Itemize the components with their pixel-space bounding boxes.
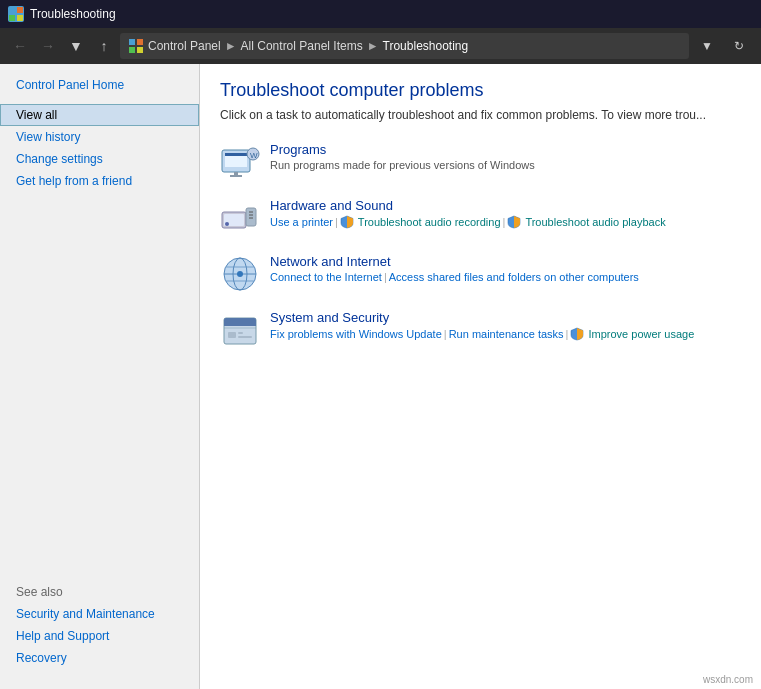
breadcrumb-troubleshooting: Troubleshooting — [383, 39, 469, 53]
svg-rect-1 — [17, 7, 23, 13]
svg-rect-32 — [228, 332, 236, 338]
fix-windows-update-link[interactable]: Fix problems with Windows Update — [270, 328, 442, 340]
programs-subtitle: Run programs made for previous versions … — [270, 159, 741, 171]
connect-internet-link[interactable]: Connect to the Internet — [270, 271, 382, 283]
run-maintenance-link[interactable]: Run maintenance tasks — [449, 328, 564, 340]
sidebar-view-all[interactable]: View all — [0, 104, 199, 126]
main-container: Control Panel Home View all View history… — [0, 64, 761, 689]
network-content: Network and Internet Connect to the Inte… — [270, 254, 741, 283]
network-links: Connect to the Internet | Access shared … — [270, 271, 741, 283]
up-button[interactable]: ↑ — [92, 34, 116, 58]
page-title: Troubleshoot computer problems — [220, 80, 741, 101]
svg-rect-18 — [246, 208, 256, 226]
svg-point-17 — [225, 222, 229, 226]
svg-rect-34 — [238, 336, 252, 338]
security-icon — [220, 310, 260, 350]
network-item: Network and Internet Connect to the Inte… — [220, 254, 741, 294]
sidebar-security-maintenance[interactable]: Security and Maintenance — [0, 603, 199, 625]
svg-rect-3 — [17, 15, 23, 21]
breadcrumb-all-items[interactable]: All Control Panel Items — [241, 39, 363, 53]
hardware-links: Use a printer | Troubleshoot audio recor… — [270, 215, 741, 229]
security-links: Fix problems with Windows Update | Run m… — [270, 327, 741, 341]
access-shared-files-link[interactable]: Access shared files and folders on other… — [389, 271, 639, 283]
shield-audio-icon — [340, 215, 354, 229]
svg-rect-6 — [129, 47, 135, 53]
shield-playback-icon — [507, 215, 521, 229]
programs-content: Programs Run programs made for previous … — [270, 142, 741, 171]
improve-power-link[interactable]: Improve power usage — [588, 328, 694, 340]
sidebar: Control Panel Home View all View history… — [0, 64, 200, 689]
hardware-title[interactable]: Hardware and Sound — [270, 198, 741, 213]
svg-rect-4 — [129, 39, 135, 45]
watermark: wsxdn.com — [703, 674, 753, 685]
use-printer-link[interactable]: Use a printer — [270, 216, 333, 228]
troubleshoot-audio-recording-link[interactable]: Troubleshoot audio recording — [358, 216, 501, 228]
forward-button[interactable]: → — [36, 34, 60, 58]
app-icon — [8, 6, 24, 22]
shield-power-icon — [570, 327, 584, 341]
address-controls: ▼ ↻ — [693, 34, 753, 58]
programs-icon: W — [220, 142, 260, 182]
sidebar-view-history[interactable]: View history — [0, 126, 199, 148]
svg-rect-11 — [234, 172, 238, 175]
dropdown-button[interactable]: ▼ — [693, 34, 721, 58]
programs-title[interactable]: Programs — [270, 142, 741, 157]
address-bar: ← → ▼ ↑ Control Panel ► All Control Pane… — [0, 28, 761, 64]
svg-rect-30 — [224, 323, 256, 326]
svg-point-27 — [237, 271, 243, 277]
sidebar-recovery[interactable]: Recovery — [0, 647, 199, 669]
security-item: System and Security Fix problems with Wi… — [220, 310, 741, 350]
svg-rect-2 — [9, 15, 15, 21]
svg-rect-0 — [9, 7, 15, 13]
back-button[interactable]: ← — [8, 34, 32, 58]
svg-rect-5 — [137, 39, 143, 45]
network-icon — [220, 254, 260, 294]
svg-text:W: W — [250, 151, 258, 160]
network-title[interactable]: Network and Internet — [270, 254, 741, 269]
address-content: Control Panel ► All Control Panel Items … — [120, 33, 689, 59]
sidebar-control-panel-home[interactable]: Control Panel Home — [0, 74, 199, 96]
svg-rect-7 — [137, 47, 143, 53]
recent-button[interactable]: ▼ — [64, 34, 88, 58]
hardware-icon — [220, 198, 260, 238]
sidebar-help-support[interactable]: Help and Support — [0, 625, 199, 647]
sidebar-bottom: See also Security and Maintenance Help a… — [0, 581, 199, 679]
page-description: Click on a task to automatically trouble… — [220, 107, 741, 124]
security-title[interactable]: System and Security — [270, 310, 741, 325]
troubleshoot-audio-playback-link[interactable]: Troubleshoot audio playback — [525, 216, 665, 228]
sidebar-get-help[interactable]: Get help from a friend — [0, 170, 199, 192]
breadcrumb-control-panel[interactable]: Control Panel — [148, 39, 221, 53]
hardware-item: Hardware and Sound Use a printer | Troub… — [220, 198, 741, 238]
security-content: System and Security Fix problems with Wi… — [270, 310, 741, 341]
refresh-button[interactable]: ↻ — [725, 34, 753, 58]
programs-item: W Programs Run programs made for previou… — [220, 142, 741, 182]
svg-rect-12 — [230, 175, 242, 177]
sidebar-change-settings[interactable]: Change settings — [0, 148, 199, 170]
see-also-label: See also — [0, 581, 199, 603]
content-area: Troubleshoot computer problems Click on … — [200, 64, 761, 689]
title-bar-text: Troubleshooting — [30, 7, 116, 21]
svg-rect-33 — [238, 332, 243, 334]
svg-rect-10 — [225, 153, 247, 156]
hardware-content: Hardware and Sound Use a printer | Troub… — [270, 198, 741, 229]
sidebar-top: Control Panel Home View all View history… — [0, 74, 199, 192]
title-bar: Troubleshooting — [0, 0, 761, 28]
